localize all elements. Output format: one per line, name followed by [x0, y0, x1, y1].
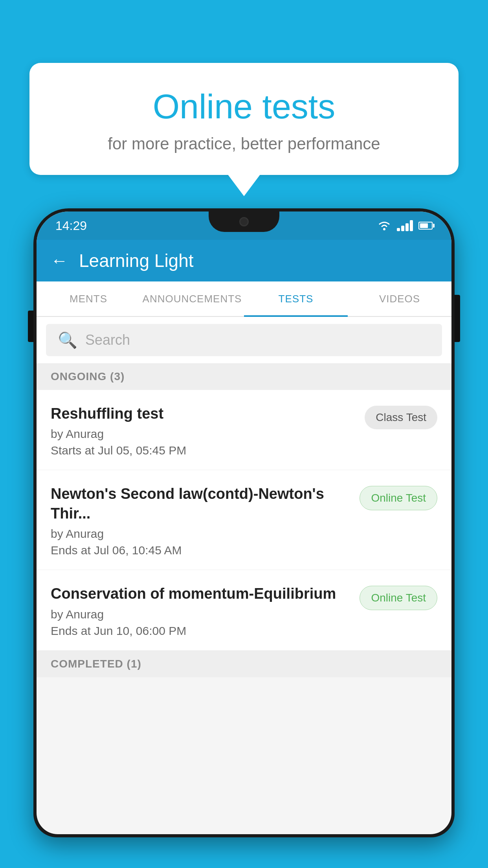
test-item-title: Newton's Second law(contd)-Newton's Thir… — [51, 484, 352, 523]
tab-ments[interactable]: MENTS — [37, 281, 140, 316]
wifi-icon — [377, 220, 391, 231]
test-item-left: Conservation of momentum-Equilibrium by … — [51, 584, 360, 637]
tabs-container: MENTS ANNOUNCEMENTS TESTS VIDEOS — [37, 281, 451, 317]
test-item-author: by Anurag — [51, 527, 352, 541]
search-icon: 🔍 — [58, 331, 77, 349]
phone-container: 14:29 — [33, 208, 455, 868]
phone-screen: 14:29 — [37, 211, 451, 834]
svg-point-0 — [383, 228, 385, 230]
search-input[interactable]: Search — [85, 332, 130, 348]
tab-videos[interactable]: VIDEOS — [348, 281, 451, 316]
search-bar[interactable]: 🔍 Search — [46, 324, 442, 356]
tab-tests[interactable]: TESTS — [244, 281, 348, 316]
search-container: 🔍 Search — [37, 317, 451, 363]
speech-bubble: Online tests for more practice, better p… — [29, 63, 459, 175]
test-item-author: by Anurag — [51, 608, 352, 621]
test-item-left: Reshuffling test by Anurag Starts at Jul… — [51, 404, 365, 457]
test-item-title: Reshuffling test — [51, 404, 357, 423]
test-badge-class: Class Test — [365, 406, 437, 429]
camera-icon — [239, 217, 249, 226]
app-bar-title: Learning Light — [79, 250, 194, 271]
completed-section-header: COMPLETED (1) — [37, 651, 451, 677]
status-time: 14:29 — [55, 219, 87, 233]
test-item-date: Starts at Jul 05, 05:45 PM — [51, 444, 357, 457]
status-bar: 14:29 — [37, 211, 451, 240]
back-button[interactable]: ← — [51, 251, 68, 270]
test-item[interactable]: Reshuffling test by Anurag Starts at Jul… — [37, 390, 451, 470]
test-item-date: Ends at Jun 10, 06:00 PM — [51, 624, 352, 638]
test-item-date: Ends at Jul 06, 10:45 AM — [51, 544, 352, 557]
phone-outer: 14:29 — [33, 208, 455, 837]
test-item-author: by Anurag — [51, 427, 357, 441]
speech-bubble-title: Online tests — [57, 86, 431, 127]
test-item-title: Conservation of momentum-Equilibrium — [51, 584, 352, 603]
speech-bubble-subtitle: for more practice, better performance — [57, 134, 431, 153]
test-item-left: Newton's Second law(contd)-Newton's Thir… — [51, 484, 360, 557]
ongoing-section-header: ONGOING (3) — [37, 363, 451, 390]
speech-bubble-arrow — [227, 174, 261, 196]
signal-icon — [397, 220, 413, 231]
battery-icon — [418, 222, 433, 230]
test-badge-online: Online Test — [360, 586, 437, 610]
status-icons — [377, 220, 433, 231]
test-list: Reshuffling test by Anurag Starts at Jul… — [37, 390, 451, 651]
app-bar: ← Learning Light — [37, 240, 451, 281]
test-item[interactable]: Conservation of momentum-Equilibrium by … — [37, 570, 451, 650]
speech-bubble-container: Online tests for more practice, better p… — [29, 63, 459, 196]
test-badge-online: Online Test — [360, 486, 437, 510]
tab-announcements[interactable]: ANNOUNCEMENTS — [140, 281, 244, 316]
test-item[interactable]: Newton's Second law(contd)-Newton's Thir… — [37, 470, 451, 570]
notch — [209, 211, 279, 232]
